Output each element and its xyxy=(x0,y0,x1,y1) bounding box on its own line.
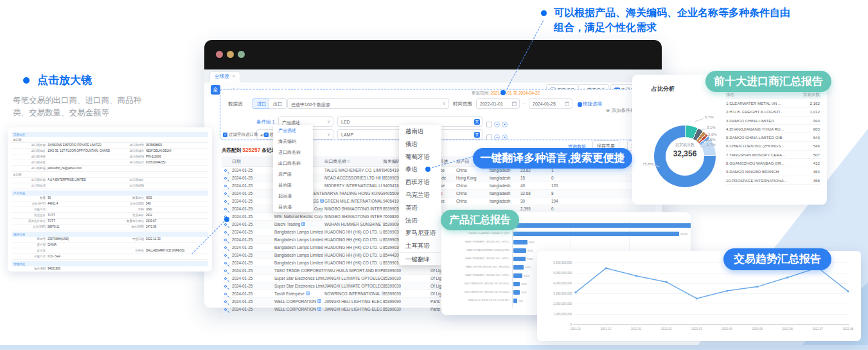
row-magnifier-button[interactable] xyxy=(222,236,232,243)
maximize-window-button[interactable] xyxy=(238,51,245,58)
field-dropdown-item[interactable]: 目的港 xyxy=(273,201,313,212)
bar[interactable] xyxy=(513,290,520,295)
field-dropdown-item[interactable]: 产品描述 xyxy=(273,125,313,136)
magnifier-icon[interactable] xyxy=(224,200,227,203)
rank-row[interactable]: 10.PROSPACE INTERNATIONA...358 xyxy=(726,176,821,185)
bar[interactable] xyxy=(513,248,526,253)
language-dropdown-item[interactable]: 英语 xyxy=(399,201,441,214)
magnifier-icon[interactable] xyxy=(224,277,227,280)
bar[interactable] xyxy=(513,265,524,270)
field-dropdown-item[interactable]: 进口商名称 xyxy=(273,147,313,158)
close-window-button[interactable] xyxy=(216,51,223,58)
magnifier-icon[interactable] xyxy=(224,185,227,187)
translate-icon[interactable]: 文 xyxy=(306,291,310,295)
language-dropdown-item[interactable]: 乌克兰语 xyxy=(399,189,441,201)
field-dropdown-item[interactable]: 目的国 xyxy=(273,180,313,190)
rank-row[interactable]: 9.DAMCO NINGBO BRANCH364 xyxy=(726,167,821,176)
rank-row[interactable]: 6.CHIEN LUEN IND (ZHONGS...546 xyxy=(726,142,821,150)
row-magnifier-button[interactable] xyxy=(222,267,232,274)
tab-global-search[interactable]: 全球搜 × xyxy=(209,71,240,82)
date-from-input[interactable]: 2022-01-01 xyxy=(476,98,520,109)
row-magnifier-button[interactable] xyxy=(222,275,232,282)
magnifier-icon[interactable] xyxy=(224,270,227,272)
remove-condition-icon[interactable]: − xyxy=(494,122,500,127)
import-toggle[interactable]: 进口 xyxy=(252,98,270,109)
bar[interactable] xyxy=(513,240,527,244)
magnifier-icon[interactable] xyxy=(224,192,227,195)
field-dropdown-item[interactable]: 出口商名称 xyxy=(273,158,313,169)
magnifier-icon[interactable] xyxy=(224,169,227,172)
row-magnifier-button[interactable] xyxy=(222,182,232,189)
rank-row[interactable]: 5.DAMCO CHINA LIMITED O/B643 xyxy=(726,133,821,142)
add-condition-icon[interactable]: + xyxy=(502,134,508,140)
row-magnifier-button[interactable] xyxy=(222,205,232,212)
row-magnifier-button[interactable] xyxy=(222,282,232,290)
row-magnifier-button[interactable] xyxy=(222,167,232,174)
row-magnifier-button[interactable] xyxy=(222,190,232,197)
field-dropdown-item[interactable]: 海关编码 xyxy=(273,136,313,147)
remove-condition-icon[interactable]: − xyxy=(494,134,500,140)
bar[interactable] xyxy=(513,299,517,303)
translate-icon[interactable]: 文 xyxy=(317,299,321,303)
magnifier-icon[interactable] xyxy=(224,239,227,241)
row-magnifier-button[interactable] xyxy=(222,252,232,259)
translate-icon[interactable]: 文 xyxy=(474,119,480,125)
rank-row[interactable]: 1.CLEARWATER METAL VN ...2,162 xyxy=(726,99,821,107)
table-header-cell[interactable]: 出口商名称⇅ xyxy=(324,156,383,166)
minimize-window-button[interactable] xyxy=(227,51,234,58)
language-dropdown-item[interactable]: 越南语 xyxy=(399,125,441,138)
rank-row[interactable]: 8.GUANGZHOU WANBAO GR...412 xyxy=(726,159,821,167)
magnifier-icon[interactable] xyxy=(224,262,227,264)
translate-icon[interactable]: 文 xyxy=(320,199,324,203)
language-dropdown-item[interactable]: 泰语 xyxy=(399,163,441,176)
magnifier-icon[interactable] xyxy=(224,293,227,295)
language-dropdown-item[interactable]: 罗马尼亚语 xyxy=(399,226,441,239)
magnifier-icon[interactable] xyxy=(224,254,227,257)
add-group-link[interactable]: ⊕ 添加条件组 xyxy=(606,107,635,114)
row-magnifier-button[interactable] xyxy=(222,290,232,297)
magnifier-icon[interactable] xyxy=(224,246,227,249)
language-dropdown-item[interactable]: 俄语 xyxy=(399,138,441,151)
row-magnifier-button[interactable] xyxy=(222,198,232,205)
row-magnifier-button[interactable] xyxy=(222,244,232,251)
quick-option-link[interactable]: 快捷选项 xyxy=(578,101,602,107)
field-dropdown-item[interactable]: 起运港 xyxy=(273,190,313,201)
language-dropdown-item[interactable]: 葡萄牙语 xyxy=(399,151,441,163)
magnifier-icon[interactable] xyxy=(224,285,227,288)
magnifier-icon[interactable] xyxy=(224,308,227,311)
translate-icon[interactable]: 文 xyxy=(301,222,305,226)
language-dropdown-item[interactable]: 西班牙语 xyxy=(399,176,441,189)
bar[interactable] xyxy=(513,232,679,236)
sort-icon[interactable]: ⇅ xyxy=(347,160,350,163)
language-dropdown-item[interactable]: 土耳其语 xyxy=(399,239,441,252)
field-dropdown-item[interactable]: 原产国 xyxy=(273,169,313,180)
bar[interactable] xyxy=(513,273,522,278)
bar[interactable] xyxy=(513,257,526,261)
rank-row[interactable]: 2.H.U.B. FREIGHT & LOGISTI...1,012 xyxy=(726,107,821,116)
magnifier-icon[interactable] xyxy=(224,223,227,226)
magnifier-icon[interactable] xyxy=(224,208,227,210)
magnifier-icon[interactable] xyxy=(224,231,227,234)
add-condition-icon[interactable]: + xyxy=(502,122,508,127)
filter-empty-importer-checkbox[interactable]: ✓过滤空白进口商 xyxy=(223,132,258,138)
bar[interactable] xyxy=(513,223,691,228)
table-header-cell[interactable] xyxy=(222,156,232,166)
row-magnifier-button[interactable] xyxy=(222,174,232,181)
row-magnifier-button[interactable] xyxy=(222,306,232,313)
rank-row[interactable]: 3.DAMCO CHINA LIMITED993 xyxy=(726,116,821,125)
magnifier-icon[interactable] xyxy=(224,177,227,180)
datasource-select[interactable]: 已选中102个数据源 ∨ xyxy=(287,98,449,109)
language-dropdown-item[interactable]: 一键翻译 xyxy=(399,252,441,265)
magnifier-icon[interactable] xyxy=(224,300,227,303)
row-magnifier-button[interactable] xyxy=(222,228,232,235)
copy-icon[interactable] xyxy=(486,134,492,140)
copy-icon[interactable] xyxy=(486,122,492,127)
row-magnifier-button[interactable] xyxy=(222,259,232,266)
export-toggle[interactable]: 出口 xyxy=(269,98,287,109)
date-to-input[interactable]: 2024-01-25 xyxy=(529,98,572,109)
rank-row[interactable]: 7.TANGSHAN MONOPY CERA...507 xyxy=(726,151,821,159)
translate-icon[interactable]: 文 xyxy=(317,307,321,311)
rank-row[interactable]: 4.ZHANGJIAGANG YIHUA RU...803 xyxy=(726,125,821,133)
table-header-cell[interactable]: 日期 xyxy=(232,156,274,166)
translate-icon[interactable]: 文 xyxy=(474,132,480,138)
